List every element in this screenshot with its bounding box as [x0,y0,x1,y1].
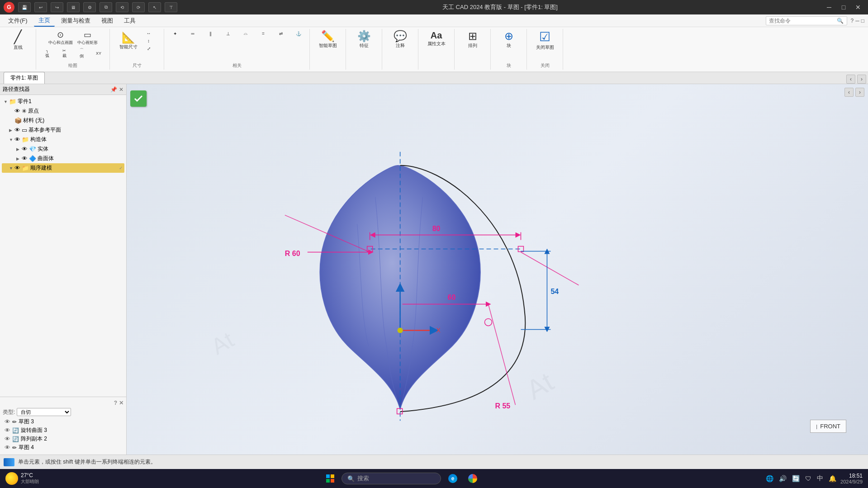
tree-container: ▼ 📁 零件1 👁 ✳ 原点 📦 材料 (无) ▶ 👁 ▭ [0,95,126,397]
taskbar-search[interactable]: 🔍 搜索 [342,473,441,484]
pin-icon[interactable]: 📌 [110,86,117,93]
volume-icon[interactable]: 🔊 [778,474,788,483]
dim-vert[interactable]: ↕ [141,38,157,44]
tree-origin[interactable]: 👁 ✳ 原点 [2,106,124,116]
close-sketch-btn[interactable]: ☑ 关闭草图 [534,30,556,52]
menu-measure[interactable]: 测量与检查 [57,15,95,26]
save-btn[interactable]: 💾 [18,2,31,12]
rect-tool-btn[interactable]: ▭ 中心画矩形 [76,30,100,47]
menu-file[interactable]: 文件(F) [4,15,32,26]
titlebar-max2[interactable]: □ [861,18,864,24]
maximize-button[interactable]: □ [837,1,850,14]
tree-solid[interactable]: ▶ 👁 💎 实体 [2,144,124,154]
svg-rect-31 [331,474,334,478]
feature-icon: ⚙️ [357,31,371,42]
attrtext-btn[interactable]: Aa 属性文本 [425,30,448,48]
seq-type-select[interactable]: 自切 [17,408,71,416]
svg-text:X: X [436,327,441,334]
view-btn[interactable]: 🖥 [67,2,80,12]
seq-close-icon[interactable]: ✕ [119,400,123,406]
coincident-btn[interactable]: ✦ [167,30,183,37]
block-label: 块 [507,43,511,49]
redo-btn[interactable]: ↪ [51,2,63,12]
input-icon[interactable]: 中 [816,474,825,483]
smartsketch-btn[interactable]: ✏️ 智能草图 [317,30,339,50]
array-btn[interactable]: ⊞ 排列 [461,30,484,50]
block-btn[interactable]: ⊕ 块 [498,30,520,50]
tree-root[interactable]: ▼ 📁 零件1 [2,97,124,106]
notification-icon[interactable]: 🔔 [827,474,838,483]
svg-text:At: At [521,366,559,406]
settings-btn[interactable]: ⚙ [83,2,96,12]
trim-btn[interactable]: ✂裁 [56,47,72,60]
canvas-area[interactable]: ‹ › [127,84,868,455]
cursor-btn[interactable]: ⊤ [165,2,177,12]
tree-surface[interactable]: ▶ 👁 🔷 曲面体 [2,154,124,163]
array2-label: 阵列副本 2 [21,435,47,443]
tangent-btn[interactable]: ⌓ [237,30,254,37]
closesketch-icon: ☑ [539,31,550,43]
update-icon[interactable]: 🔄 [791,474,801,483]
close-button[interactable]: ✕ [852,1,864,14]
eye-array2: 👁 [5,436,10,442]
seq-help-icon[interactable]: ? [114,400,117,406]
fix-btn[interactable]: ⚓ [290,30,307,37]
redo2-btn[interactable]: ⟳ [132,2,145,12]
minimize-button[interactable]: ─ [823,1,835,14]
tab-next-btn[interactable]: › [857,75,866,84]
seq-item-1[interactable]: 👁 🔄 旋转曲面 3 [5,426,123,435]
tree-seqbuild[interactable]: ▼ 👁 📁 顺序建模 ✓ [2,163,124,173]
titlebar-min2[interactable]: ─ [855,18,859,24]
ribbon-group-array: ⊞ 排列 [455,29,491,70]
smart-dim-btn[interactable]: 📐 智能尺寸 [117,30,140,52]
svg-text:R 60: R 60 [285,250,300,257]
tree-material[interactable]: 📦 材料 (无) [2,116,124,125]
seq-item-0[interactable]: 👁 ✏ 草图 3 [5,417,123,426]
menu-tools[interactable]: 工具 [119,15,140,26]
svg-line-19 [521,252,579,285]
fillet-btn[interactable]: ⌒倒 [73,47,90,60]
expand-root: ▼ [4,99,9,104]
select-btn[interactable]: ↖ [148,2,161,12]
undo-btn[interactable]: ↩ [34,2,47,12]
dim-horiz[interactable]: ↔ [141,30,157,37]
feature-btn[interactable]: ⚙️ 特征 [353,30,375,50]
offset-btn[interactable]: XY [90,47,107,60]
start-button[interactable] [323,473,338,484]
network-icon[interactable]: 🌐 [764,474,775,483]
line-tool-btn[interactable]: ╱ 直线 [7,30,29,52]
menu-home[interactable]: 主页 [34,15,55,27]
search-icon: 🔍 [837,18,844,24]
taskbar-edge-btn[interactable]: e [445,473,461,484]
menubar: 文件(F) 主页 测量与检查 视图 工具 🔍 ? ─ □ [0,14,868,27]
sym-btn[interactable]: ⇌ [273,30,289,37]
menu-view[interactable]: 视图 [97,15,118,26]
help-icon[interactable]: ? [851,18,854,24]
equal-btn[interactable]: = [255,30,271,37]
undo2-btn[interactable]: ⟲ [116,2,128,12]
smartsketch-icon: ✏️ [321,31,335,42]
parallel-btn[interactable]: ∥ [202,30,218,37]
perp-btn[interactable]: ⊥ [220,30,236,37]
circle-tool-btn[interactable]: ⊙ 中心和点画圆 [47,30,75,47]
taskbar-chrome-btn[interactable] [465,473,481,484]
ribbon-group-dimension: 📐 智能尺寸 ↔ ↕ ⤢ 尺寸 [110,29,164,70]
tab-prev-btn[interactable]: ‹ [846,75,855,84]
tab-bar: 零件1: 草图 ‹ › [0,72,868,84]
arc-btn[interactable]: ╮弧 [39,47,55,60]
mirror-btn[interactable]: ⧉ [100,2,112,12]
tree-refplane[interactable]: ▶ 👁 ▭ 基本参考平面 [2,125,124,135]
tree-constructor[interactable]: ▼ 👁 📁 构造体 [2,135,124,144]
security-icon[interactable]: 🛡 [804,474,813,483]
seq-item-3[interactable]: 👁 ✏ 草图 4 [5,443,123,452]
expand-solid: ▶ [16,147,22,152]
dim-align[interactable]: ⤢ [141,45,157,52]
close-pathfinder[interactable]: ✕ [119,86,123,93]
search-input[interactable] [769,18,837,24]
seq-item-2[interactable]: 👁 🔄 阵列副本 2 [5,435,123,443]
seq-items-list: 👁 ✏ 草图 3 👁 🔄 旋转曲面 3 👁 🔄 阵列副本 2 👁 ✏ [3,417,123,452]
annotation-btn[interactable]: 💬 注释 [389,30,412,50]
command-search[interactable]: 🔍 [766,16,847,25]
tab-sketch1[interactable]: 零件1: 草图 [4,72,45,84]
collinear-btn[interactable]: ═ [185,30,201,37]
